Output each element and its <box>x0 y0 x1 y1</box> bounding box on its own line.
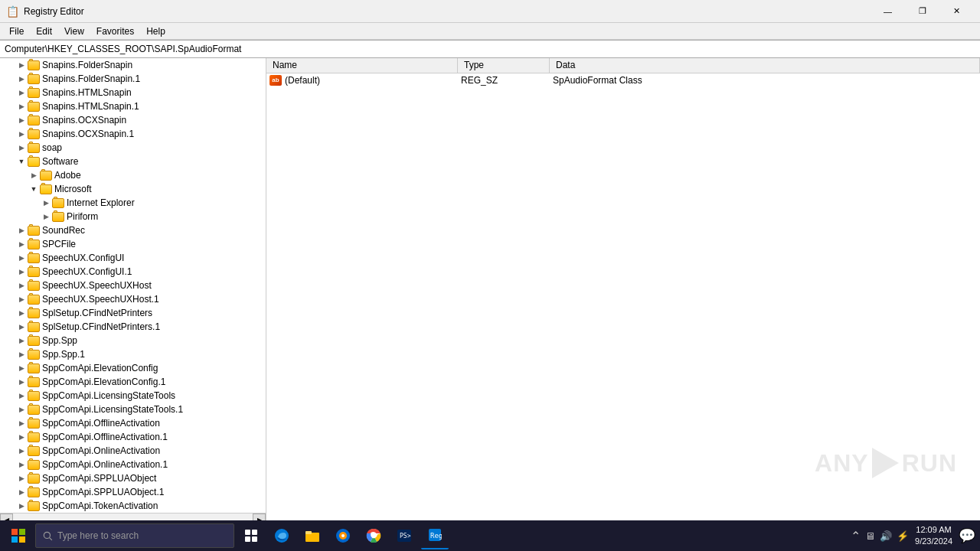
menu-edit[interactable]: Edit <box>30 24 58 38</box>
tree-item[interactable]: ▶SplSetup.CFindNetPrinters.1 <box>0 320 266 334</box>
tree-item[interactable]: ▶SppComApi.OfflineActivation.1 <box>0 430 266 444</box>
tree-item[interactable]: ▶SppComApi.LicensingStateTools.1 <box>0 403 266 416</box>
chrome-icon[interactable] <box>360 522 387 549</box>
speaker-icon[interactable]: 🔊 <box>880 530 892 542</box>
tree-item[interactable]: ▶SppComApi.ElevationConfig <box>0 361 266 375</box>
task-view-button[interactable] <box>237 522 265 549</box>
search-bar[interactable] <box>35 523 234 548</box>
expand-icon[interactable]: ▶ <box>15 321 28 333</box>
tree-item[interactable]: ▶SppComApi.SPPLUAObject.1 <box>0 485 266 499</box>
tree-item[interactable]: ▶Spp.Spp.1 <box>0 347 266 361</box>
tree-item[interactable]: ▶SppComApi.TokenActivation <box>0 499 266 513</box>
scroll-right-btn[interactable]: ▶ <box>253 514 266 521</box>
tree-item[interactable]: ▶Adobe <box>0 168 266 182</box>
expand-icon[interactable]: ▶ <box>15 431 28 443</box>
menu-file[interactable]: File <box>3 24 30 38</box>
col-header-name[interactable]: Name <box>266 58 458 73</box>
expand-icon[interactable]: ▶ <box>15 266 28 278</box>
expand-icon[interactable]: ▼ <box>15 155 28 168</box>
expand-icon[interactable]: ▶ <box>15 472 28 484</box>
expand-icon[interactable]: ▶ <box>15 224 28 236</box>
tree-item[interactable]: ▶SppComApi.OfflineActivation <box>0 416 266 430</box>
expand-icon[interactable]: ▶ <box>15 59 28 71</box>
tree-item[interactable]: ▶Snapins.HTMLSnapin.1 <box>0 99 266 113</box>
menu-help[interactable]: Help <box>140 24 172 38</box>
clock[interactable]: 12:09 AM 9/23/2024 <box>915 524 952 548</box>
tree-item[interactable]: ▶SppComApi.SPPLUAObject <box>0 471 266 485</box>
minimize-button[interactable]: — <box>871 0 905 23</box>
expand-icon[interactable]: ▶ <box>15 238 28 250</box>
col-header-data[interactable]: Data <box>550 58 980 73</box>
table-row[interactable]: ab (Default) REG_SZ SpAudioFormat Class <box>266 73 980 87</box>
expand-icon[interactable]: ▶ <box>15 348 28 360</box>
expand-icon[interactable]: ▼ <box>28 183 40 195</box>
search-input[interactable] <box>57 530 227 541</box>
expand-icon[interactable]: ▶ <box>15 279 28 292</box>
tree-item[interactable]: ▶SpeechUX.ConfigUI.1 <box>0 265 266 279</box>
battery-icon[interactable]: ⚡ <box>897 530 909 542</box>
terminal-icon[interactable]: PS> <box>390 522 418 549</box>
expand-icon[interactable]: ▶ <box>15 362 28 374</box>
title-bar: 📋 Registry Editor — ❐ ✕ <box>0 0 980 23</box>
tree-item[interactable]: ▶Snapins.OCXSnapin.1 <box>0 127 266 141</box>
expand-icon[interactable]: ▶ <box>15 390 28 402</box>
expand-icon[interactable]: ▶ <box>15 500 28 512</box>
registry-editor-taskbar-icon[interactable]: Reg <box>421 522 449 549</box>
maximize-button[interactable]: ❐ <box>905 0 939 23</box>
expand-icon[interactable]: ▶ <box>15 86 28 99</box>
tree-item[interactable]: ▶Snapins.HTMLSnapin <box>0 86 266 99</box>
tree-item[interactable]: ▶SplSetup.CFindNetPrinters <box>0 306 266 320</box>
expand-icon[interactable]: ▶ <box>15 73 28 85</box>
tree-item[interactable]: ▶SppComApi.OnlineActivation <box>0 444 266 458</box>
tree-item[interactable]: ▶soap <box>0 141 266 155</box>
tree-item[interactable]: ▶SpeechUX.SpeechUXHost <box>0 279 266 292</box>
edge-icon[interactable] <box>268 522 296 549</box>
start-button[interactable] <box>5 522 32 549</box>
scroll-left-btn[interactable]: ◀ <box>0 514 13 521</box>
tray-up-icon[interactable]: ⌃ <box>851 529 861 543</box>
tree-item[interactable]: ▶Internet Explorer <box>0 196 266 210</box>
expand-icon[interactable]: ▶ <box>15 293 28 305</box>
tree-item[interactable]: ▶SPCFile <box>0 237 266 251</box>
menu-favorites[interactable]: Favorites <box>90 24 140 38</box>
expand-icon[interactable]: ▶ <box>28 169 40 181</box>
expand-icon[interactable]: ▶ <box>15 142 28 154</box>
menu-view[interactable]: View <box>58 24 90 38</box>
tree-item[interactable]: ▶SppComApi.ElevationConfig.1 <box>0 375 266 389</box>
file-explorer-icon[interactable] <box>299 522 326 549</box>
expand-icon[interactable]: ▶ <box>15 486 28 498</box>
expand-icon[interactable]: ▶ <box>15 376 28 388</box>
tree-item[interactable]: ▼Software <box>0 155 266 168</box>
network-icon[interactable]: 🖥 <box>865 530 875 542</box>
tree-item[interactable]: ▶Spp.Spp <box>0 334 266 347</box>
close-button[interactable]: ✕ <box>939 0 974 23</box>
tree-item[interactable]: ▶SppComApi.LicensingStateTools <box>0 389 266 403</box>
expand-icon[interactable]: ▶ <box>40 197 52 209</box>
expand-icon[interactable]: ▶ <box>15 114 28 126</box>
expand-icon[interactable]: ▶ <box>15 100 28 112</box>
expand-icon[interactable]: ▶ <box>15 128 28 140</box>
expand-icon[interactable]: ▶ <box>15 252 28 264</box>
expand-icon[interactable]: ▶ <box>15 307 28 319</box>
tree-item[interactable]: ▼Microsoft <box>0 182 266 196</box>
tree-item[interactable]: ▶SpeechUX.ConfigUI <box>0 251 266 265</box>
expand-icon[interactable]: ▶ <box>15 334 28 347</box>
notification-button[interactable]: 💬 <box>959 527 975 544</box>
tree-panel[interactable]: ▶Snapins.FolderSnapin▶Snapins.FolderSnap… <box>0 58 266 520</box>
horizontal-scrollbar[interactable]: ◀ ▶ <box>0 513 266 520</box>
firefox-icon[interactable] <box>329 522 357 549</box>
col-header-type[interactable]: Type <box>458 58 550 73</box>
expand-icon[interactable]: ▶ <box>15 445 28 457</box>
tree-item[interactable]: ▶SoundRec <box>0 223 266 237</box>
tree-item[interactable]: ▶SppComApi.OnlineActivation.1 <box>0 458 266 471</box>
expand-icon[interactable]: ▶ <box>40 210 52 223</box>
tree-item[interactable]: ▶Snapins.FolderSnapin <box>0 58 266 72</box>
expand-icon[interactable]: ▶ <box>15 417 28 429</box>
tree-item[interactable]: ▶Snapins.FolderSnapin.1 <box>0 72 266 86</box>
tree-item[interactable]: ▶Piriform <box>0 210 266 223</box>
tree-item[interactable]: ▶Snapins.OCXSnapin <box>0 113 266 127</box>
folder-icon <box>28 157 40 167</box>
expand-icon[interactable]: ▶ <box>15 403 28 416</box>
tree-item[interactable]: ▶SpeechUX.SpeechUXHost.1 <box>0 292 266 306</box>
expand-icon[interactable]: ▶ <box>15 458 28 471</box>
